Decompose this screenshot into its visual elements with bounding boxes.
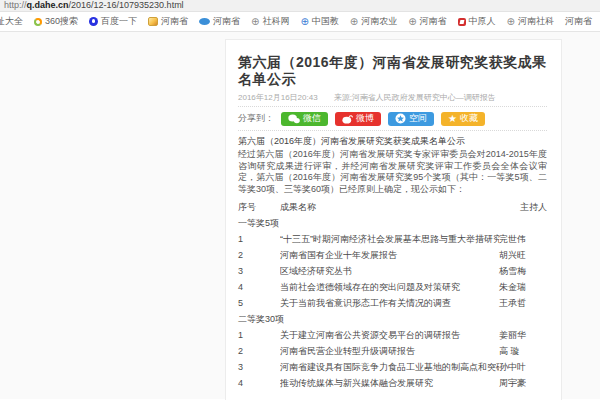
share-wechat-button[interactable]: 微信 <box>281 112 328 126</box>
row-title: 关于当前我省意识形态工作有关情况的调查 <box>280 297 499 310</box>
article-title: 第六届（2016年度）河南省发展研究奖获奖成果名单公示 <box>238 54 547 88</box>
article-meta: 2016年12月16日20:43 来源:河南省人民政府发展研究中心—调研报告 <box>238 92 547 102</box>
row-num: 2 <box>238 346 280 356</box>
bookmark-item[interactable]: ⊕中国教 <box>300 15 338 28</box>
globe-icon: ⊕ <box>408 17 416 27</box>
awards-table: 序号 成果名称 主持人 一等奖5项 1 “十三五”时期河南经济社会发展基本思路与… <box>238 199 547 391</box>
share-label: 分享到： <box>238 112 274 125</box>
url-host: q.dahe.cn <box>27 0 69 10</box>
section-title-first-prize: 一等奖5项 <box>238 215 547 231</box>
bookmark-label: 中国教 <box>312 15 339 28</box>
bookmark-label: 河南省 <box>161 15 188 28</box>
table-row: 2 河南省民营企业转型升级调研报告 高 璇 <box>238 343 547 359</box>
row-person: 孙中叶 <box>499 361 547 374</box>
globe-icon: ⊕ <box>507 17 515 27</box>
col-header-name: 成果名称 <box>280 201 499 214</box>
blue-oval-icon <box>199 18 210 25</box>
row-title: 当前社会道德领域存在的突出问题及对策研究 <box>280 281 499 294</box>
favorite-button[interactable]: ★ 收藏 <box>441 112 485 126</box>
weibo-icon <box>342 114 353 124</box>
bookmarks-bar: 址大全 360搜索 百度一下 河南省 河南省 ⊕社科网 ⊕中国教 ⊕河南农业 ⊕… <box>0 12 600 32</box>
bookmark-item[interactable]: 河南省 <box>565 15 592 28</box>
url-path: /2016/12-16/107935230.html <box>69 0 184 10</box>
bookmark-item[interactable]: ⊕河南省 <box>408 15 446 28</box>
row-person: 王承哲 <box>499 297 547 310</box>
publish-date: 2016年12月16日20:43 <box>238 92 318 103</box>
wechat-icon <box>288 114 300 124</box>
bookmark-item[interactable]: 址大全 <box>0 15 23 28</box>
row-person: 朱金瑞 <box>499 281 547 294</box>
row-person: 完世伟 <box>499 233 547 246</box>
row-title: 区域经济研究丛书 <box>280 265 499 278</box>
table-row: 1 关于建立河南省公共资源交易平台的调研报告 姜丽华 <box>238 327 547 343</box>
row-person: 胡兴旺 <box>499 249 547 262</box>
bookmark-label: 中原人 <box>469 15 496 28</box>
article-subtitle: 第六届（2016年度）河南省发展研究奖获奖成果名单公示 <box>238 135 547 145</box>
table-row: 4 当前社会道德领域存在的突出问题及对策研究 朱金瑞 <box>238 279 547 295</box>
share-button-label: 微信 <box>303 112 321 125</box>
bookmark-label: 河南省 <box>420 15 447 28</box>
row-num: 3 <box>238 266 280 276</box>
row-num: 4 <box>238 282 280 292</box>
table-row: 1 “十三五”时期河南经济社会发展基本思路与重大举措研究 完世伟 <box>238 231 547 247</box>
row-title: 河南省建设具有国际竞争力食品工业基地的制高点和突破点 <box>280 361 499 374</box>
row-title: “十三五”时期河南经济社会发展基本思路与重大举措研究 <box>280 233 499 246</box>
globe-icon: ⊕ <box>300 17 308 27</box>
col-header-person: 主持人 <box>499 201 547 214</box>
red-badge-icon <box>458 18 466 26</box>
share-button-label: 微博 <box>356 112 374 125</box>
bookmark-item[interactable]: 中原人 <box>458 15 496 28</box>
page-background: 第六届（2016年度）河南省发展研究奖获奖成果名单公示 2016年12月16日2… <box>0 32 600 399</box>
bookmark-label: 河南省 <box>213 15 240 28</box>
bookmark-label: 址大全 <box>0 15 23 28</box>
url-prefix: http:// <box>4 0 27 10</box>
share-row: 分享到： 微信 微博 空间 ★ 收藏 <box>238 111 547 126</box>
bookmark-label: 河南省 <box>565 15 592 28</box>
article-source: 来源:河南省人民政府发展研究中心—调研报告 <box>334 92 496 103</box>
row-title: 河南省民营企业转型升级调研报告 <box>280 345 499 358</box>
row-num: 5 <box>238 298 280 308</box>
row-num: 3 <box>238 362 280 372</box>
section-title-second-prize: 二等奖30项 <box>238 311 547 327</box>
table-row: 2 河南省国有企业十年发展报告 胡兴旺 <box>238 247 547 263</box>
table-header-row: 序号 成果名称 主持人 <box>238 199 547 215</box>
row-person: 高 璇 <box>499 345 547 358</box>
share-weibo-button[interactable]: 微博 <box>335 112 381 126</box>
row-title: 河南省国有企业十年发展报告 <box>280 249 499 262</box>
table-row: 3 河南省建设具有国际竞争力食品工业基地的制高点和突破点 孙中叶 <box>238 359 547 375</box>
bookmark-item[interactable]: ⊕社科网 <box>251 15 289 28</box>
row-title: 推动传统媒体与新兴媒体融合发展研究 <box>280 377 499 390</box>
divider <box>238 106 547 107</box>
table-row: 3 区域经济研究丛书 杨雪梅 <box>238 263 547 279</box>
bookmark-label: 360搜索 <box>45 15 78 28</box>
bookmark-item[interactable]: 百度一下 <box>89 15 137 28</box>
bookmark-label: 河南社科 <box>518 15 554 28</box>
picture-icon <box>148 17 158 26</box>
row-num: 4 <box>238 378 280 388</box>
row-person: 姜丽华 <box>499 329 547 342</box>
bookmark-item[interactable]: 河南省 <box>148 15 188 28</box>
bookmark-label: 百度一下 <box>101 15 137 28</box>
divider <box>238 130 547 131</box>
bookmark-label: 河南农业 <box>361 15 397 28</box>
bookmark-item[interactable]: ⊕河南社科 <box>507 15 554 28</box>
col-header-num: 序号 <box>238 201 280 214</box>
qzone-star-icon <box>395 113 406 124</box>
row-person: 杨雪梅 <box>499 265 547 278</box>
table-row: 4 推动传统媒体与新兴媒体融合发展研究 周宇豪 <box>238 375 547 391</box>
share-button-label: 空间 <box>409 112 427 125</box>
bookmark-item[interactable]: 河南省 <box>199 15 240 28</box>
globe-icon: ⊕ <box>251 17 259 27</box>
bookmark-item[interactable]: 360搜索 <box>34 15 78 28</box>
star-icon: ★ <box>448 114 457 124</box>
share-button-label: 收藏 <box>460 112 478 125</box>
share-qzone-button[interactable]: 空间 <box>388 112 434 126</box>
360-search-icon <box>34 18 42 26</box>
bookmark-label: 社科网 <box>262 15 289 28</box>
url-bar[interactable]: http://q.dahe.cn/2016/12-16/107935230.ht… <box>0 0 600 12</box>
bookmark-item[interactable]: ⊕河南农业 <box>350 15 397 28</box>
row-title: 关于建立河南省公共资源交易平台的调研报告 <box>280 329 499 342</box>
globe-icon: ⊕ <box>350 17 358 27</box>
intro-paragraph: 经过第六届（2016年度）河南省发展研究奖专家评审委员会对2014-2015年度… <box>238 149 547 195</box>
row-num: 2 <box>238 250 280 260</box>
